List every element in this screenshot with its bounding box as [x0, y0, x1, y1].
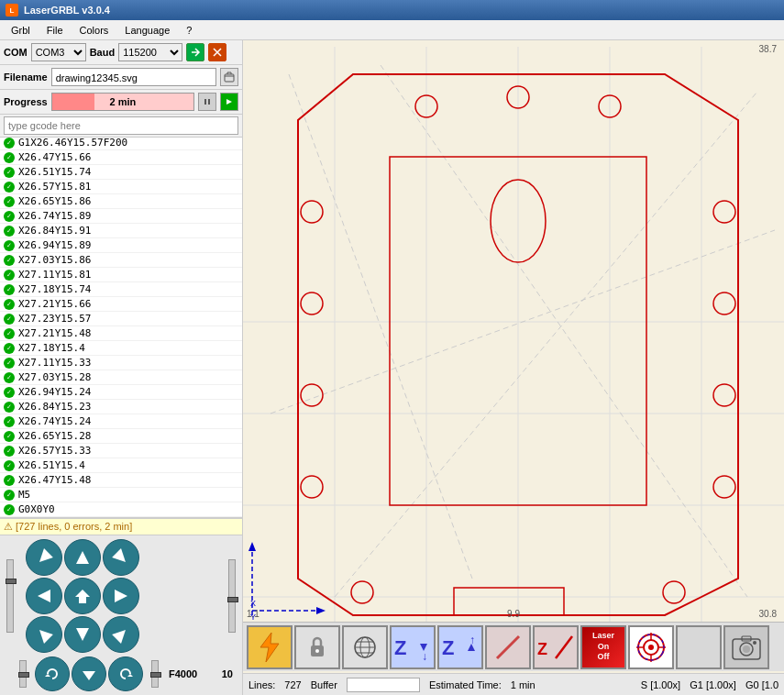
- gcode-list-item: ✓X26.51Y15.74: [0, 165, 242, 180]
- gcode-list-item: ✓X26.57Y15.81: [0, 180, 242, 194]
- zoom-out-btn[interactable]: Z ↑: [437, 625, 483, 669]
- gcode-check-icon: ✓: [4, 460, 15, 471]
- gcode-check-icon: ✓: [4, 240, 15, 251]
- s-label: S [1.00x]: [641, 679, 680, 690]
- bottom-toolbar: Z ↓ Z ↑ Z: [243, 622, 784, 671]
- blank-btn[interactable]: [676, 625, 722, 669]
- progress-start-button[interactable]: [220, 93, 238, 111]
- menu-colors[interactable]: Colors: [72, 23, 116, 38]
- diag2-btn[interactable]: Z: [533, 625, 579, 669]
- jog-down[interactable]: [64, 616, 101, 653]
- gcode-list-item: ✓G0X0Y0: [0, 502, 242, 517]
- svg-marker-7: [38, 590, 50, 602]
- gcode-line-text: X26.94Y15.24: [18, 386, 91, 398]
- svg-point-35: [301, 292, 323, 314]
- lines-label: Lines:: [248, 679, 275, 690]
- menu-grbl[interactable]: Grbl: [4, 23, 38, 38]
- gcode-line-text: X27.21Y15.66: [18, 298, 91, 310]
- jog-home[interactable]: [64, 578, 101, 614]
- svg-text:↓: ↓: [422, 650, 427, 663]
- gcode-list-item: ✓X27.23Y15.57: [0, 312, 242, 326]
- lightning-btn[interactable]: [247, 625, 293, 669]
- svg-point-38: [713, 201, 735, 223]
- connection-row: COM COM3 COM1 COM2 Baud 115200 9600 2500…: [0, 40, 242, 65]
- camera-btn[interactable]: [723, 625, 769, 669]
- open-file-button[interactable]: [220, 68, 238, 86]
- gcode-check-icon: ✓: [4, 182, 15, 193]
- bottom-right-slider[interactable]: [151, 660, 159, 688]
- gcode-list-item: ✓X26.84Y15.23: [0, 400, 242, 414]
- com-label: COM: [4, 47, 28, 58]
- jog-up-left[interactable]: [26, 539, 62, 576]
- svg-line-26: [381, 65, 747, 597]
- baud-label: Baud: [90, 47, 116, 58]
- buffer-input[interactable]: [347, 678, 420, 692]
- gcode-line-text: G1X26.46Y15.57F200: [18, 138, 127, 149]
- gcode-list-item: ✓M5: [0, 488, 242, 502]
- disconnect-button[interactable]: [208, 43, 226, 61]
- svg-line-65: [497, 636, 519, 658]
- rotate-cw-button[interactable]: [108, 656, 143, 691]
- svg-point-42: [351, 581, 373, 603]
- z-down-button[interactable]: [72, 656, 106, 691]
- gcode-list-item: ✓X27.21Y15.48: [0, 326, 242, 341]
- jog-up[interactable]: [64, 539, 101, 576]
- menu-language[interactable]: Language: [117, 23, 177, 38]
- target-btn[interactable]: [628, 625, 674, 669]
- gcode-list-item: ✓G1X26.46Y15.57F200: [0, 138, 242, 150]
- svg-rect-0: [225, 74, 234, 82]
- gcode-check-icon: ✓: [4, 402, 15, 413]
- svg-rect-2: [208, 99, 210, 105]
- rotate-ccw-button[interactable]: [35, 656, 70, 691]
- svg-marker-11: [76, 628, 89, 641]
- gcode-line-text: X26.57Y15.33: [18, 445, 91, 457]
- controls-bottom-row: F4000 10: [4, 656, 238, 691]
- jog-down-right[interactable]: [103, 616, 139, 653]
- jog-right[interactable]: [103, 578, 139, 614]
- bottom-left-slider[interactable]: [19, 660, 27, 688]
- gcode-check-icon: ✓: [4, 446, 15, 457]
- gcode-list-container[interactable]: ✓M5✓G0X26.47Y15.48✓M4 S255✓G1X26.46Y15.5…: [0, 138, 242, 518]
- gcode-list-item: ✓X27.18Y15.74: [0, 282, 242, 297]
- diag-btn[interactable]: [485, 625, 531, 669]
- coord-bottom-right: 30.8: [759, 609, 777, 619]
- right-slider[interactable]: [228, 559, 236, 633]
- menu-help[interactable]: ?: [179, 23, 199, 38]
- svg-line-67: [556, 636, 572, 658]
- gcode-line-text: X26.47Y15.48: [18, 474, 91, 486]
- globe-btn[interactable]: [342, 625, 388, 669]
- gcode-line-text: X26.65Y15.86: [18, 195, 91, 207]
- svg-line-28: [335, 93, 756, 597]
- laser-on-btn[interactable]: LaserOnOff: [580, 625, 626, 669]
- gcode-list-item: ✓X26.57Y15.33: [0, 444, 242, 458]
- jog-up-right[interactable]: [103, 539, 139, 576]
- gcode-line-text: X27.18Y15.4: [18, 342, 85, 354]
- menu-file[interactable]: File: [39, 23, 71, 38]
- svg-text:Z: Z: [394, 636, 406, 659]
- svg-text:Z: Z: [442, 636, 454, 659]
- canvas-area[interactable]: X Y: [243, 40, 784, 640]
- svg-point-37: [301, 476, 323, 498]
- gcode-check-icon: ✓: [4, 211, 15, 222]
- main-container: COM COM3 COM1 COM2 Baud 115200 9600 2500…: [0, 40, 784, 695]
- gcode-line-text: X26.84Y15.91: [18, 225, 91, 237]
- jog-down-left[interactable]: [26, 616, 62, 653]
- left-slider[interactable]: [6, 559, 14, 633]
- svg-point-53: [315, 649, 319, 653]
- svg-marker-4: [35, 548, 53, 567]
- baud-select[interactable]: 115200 9600 250000: [118, 43, 182, 61]
- com-select[interactable]: COM3 COM1 COM2: [31, 43, 86, 61]
- gcode-check-icon: ✓: [4, 416, 15, 427]
- lock-btn[interactable]: [294, 625, 340, 669]
- connect-button[interactable]: [186, 43, 204, 61]
- gcode-line-text: M5: [18, 489, 30, 501]
- gcode-line-text: X27.03Y15.28: [18, 371, 91, 383]
- zoom-in-btn[interactable]: Z ↓: [390, 625, 436, 669]
- jog-left[interactable]: [26, 578, 62, 614]
- laser-on-label: LaserOnOff: [592, 631, 614, 663]
- progress-label: Progress: [4, 96, 48, 107]
- gcode-input[interactable]: [4, 116, 238, 135]
- gcode-line-text: X27.11Y15.81: [18, 269, 91, 281]
- progress-pause-button[interactable]: [198, 93, 216, 111]
- menubar: Grbl File Colors Language ?: [0, 20, 784, 40]
